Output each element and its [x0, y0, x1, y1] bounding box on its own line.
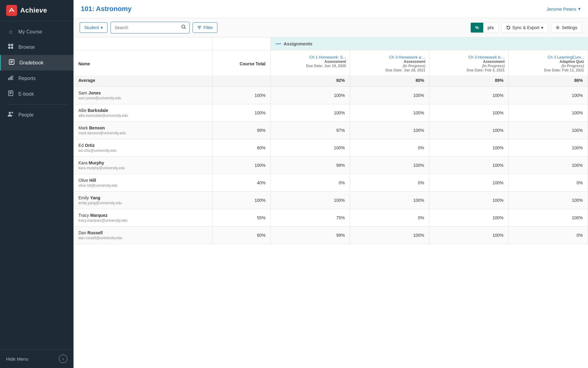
assignment-col-3[interactable]: Ch 3 LearningCurv... Adaptive Quiz (In P…: [508, 52, 588, 75]
score-cell-0[interactable]: 97%: [270, 122, 350, 139]
toolbar: Student ▾ Filter % pts Sync & Export ▾ S…: [74, 18, 588, 37]
sync-export-button[interactable]: Sync & Export ▾: [502, 22, 548, 33]
average-score-0: 92%: [270, 74, 350, 87]
student-email: kara.murphy@university.edu: [78, 166, 207, 170]
score-cell-0[interactable]: 99%: [270, 157, 350, 174]
score-cell-0[interactable]: 99%: [270, 227, 350, 244]
student-dropdown-button[interactable]: Student ▾: [80, 22, 107, 33]
sidebar: Achieve ⌂ My Course Browse Gradebook Rep…: [0, 0, 74, 368]
assignment-due-2: Due Date: Feb 3, 2021: [433, 68, 505, 72]
empty-header-name: [74, 37, 212, 50]
pts-toggle-button[interactable]: pts: [483, 23, 498, 33]
score-cell-3[interactable]: 100%: [508, 157, 588, 174]
score-cell-2[interactable]: 100%: [429, 192, 508, 209]
score-cell-1[interactable]: 100%: [350, 192, 429, 209]
student-name: Sam Jones: [78, 90, 207, 95]
people-icon: [7, 111, 14, 118]
assignment-col-1[interactable]: Ch 3 Homework a:... Assessment (In Progr…: [350, 52, 429, 75]
average-label: Average: [74, 74, 212, 87]
logo-text: Achieve: [20, 6, 47, 14]
score-cell-3[interactable]: 0%: [508, 174, 588, 192]
filter-button[interactable]: Filter: [193, 22, 217, 33]
score-cell-2[interactable]: 100%: [429, 122, 508, 139]
score-cell-0[interactable]: 0%: [270, 174, 350, 192]
logo-area: Achieve: [0, 0, 74, 21]
home-icon: ⌂: [7, 29, 14, 35]
table-row: Dan Russelldan.russell@university.edu60%…: [74, 227, 588, 244]
course-total-cell: 55%: [212, 209, 270, 227]
score-cell-2[interactable]: 100%: [429, 104, 508, 122]
score-cell-3[interactable]: 100%: [508, 104, 588, 122]
search-button[interactable]: [178, 22, 189, 33]
user-menu[interactable]: Jerome Peters ▾: [546, 6, 581, 12]
score-cell-0[interactable]: 75%: [270, 209, 350, 227]
assignment-col-0[interactable]: Ch 1 Homework: S... Assessment Due Date:…: [270, 52, 350, 75]
student-name: Kara Murphy: [78, 160, 207, 165]
score-cell-3[interactable]: 0%: [508, 227, 588, 244]
svg-rect-0: [8, 44, 10, 46]
search-input[interactable]: [111, 23, 178, 33]
hide-menu-button[interactable]: Hide Menu ‹: [0, 349, 74, 368]
score-cell-3[interactable]: 100%: [508, 209, 588, 227]
score-cell-1[interactable]: 100%: [350, 227, 429, 244]
dropdown-arrow-icon: ▾: [101, 25, 103, 30]
student-name: Tracy Marquez: [78, 213, 207, 218]
sidebar-item-ebook[interactable]: E-book: [0, 86, 74, 102]
student-name: Allie Barksdale: [78, 108, 207, 113]
score-cell-1[interactable]: 100%: [350, 157, 429, 174]
student-name-cell: Olive Hillolive.hill@university.edu: [74, 174, 212, 192]
svg-rect-10: [11, 76, 12, 80]
gradebook-table: — Assignments Name Course Total Ch 1 Hom…: [74, 37, 588, 244]
score-cell-1[interactable]: 100%: [350, 87, 429, 104]
score-cell-0[interactable]: 100%: [270, 87, 350, 104]
gradebook-area[interactable]: — Assignments Name Course Total Ch 1 Hom…: [74, 37, 588, 368]
assignments-collapse-icon[interactable]: —: [276, 40, 281, 47]
settings-button[interactable]: Settings: [551, 22, 582, 33]
nav-items: ⌂ My Course Browse Gradebook Reports E: [0, 21, 74, 349]
assignment-status-1: (In Progress): [354, 64, 425, 68]
score-cell-2[interactable]: 100%: [429, 157, 508, 174]
sidebar-item-people[interactable]: People: [0, 107, 74, 123]
sidebar-item-label: My Course: [18, 29, 42, 35]
user-name: Jerome Peters: [546, 6, 576, 12]
student-name-cell: Emily Yangemily.yang@university.edu: [74, 192, 212, 209]
score-cell-3[interactable]: 100%: [508, 192, 588, 209]
student-name: Emily Yang: [78, 195, 207, 200]
search-box: [111, 22, 190, 33]
assignments-label: Assignments: [284, 41, 312, 46]
score-cell-2[interactable]: 100%: [429, 139, 508, 157]
sidebar-item-reports[interactable]: Reports: [0, 71, 74, 86]
svg-rect-1: [11, 44, 13, 46]
score-cell-3[interactable]: 100%: [508, 122, 588, 139]
percent-toggle-button[interactable]: %: [471, 23, 483, 33]
settings-label: Settings: [562, 25, 577, 30]
score-cell-1[interactable]: 0%: [350, 139, 429, 157]
assignment-type-3: Adaptive Quiz: [512, 59, 584, 64]
hide-menu-icon: ‹: [59, 355, 67, 363]
score-cell-3[interactable]: 100%: [508, 87, 588, 104]
score-cell-1[interactable]: 100%: [350, 122, 429, 139]
course-total-cell: 60%: [212, 139, 270, 157]
header-row-1: — Assignments: [74, 37, 588, 50]
assignment-col-2[interactable]: Ch 3 Homework b:... Assessment (In Progr…: [429, 52, 508, 75]
score-cell-1[interactable]: 100%: [350, 104, 429, 122]
course-title: 101: Astronomy: [81, 5, 131, 13]
student-email: sam.jones@university.edu: [78, 96, 207, 100]
sidebar-item-gradebook[interactable]: Gradebook: [0, 55, 74, 71]
score-cell-1[interactable]: 0%: [350, 209, 429, 227]
score-cell-0[interactable]: 100%: [270, 192, 350, 209]
score-cell-2[interactable]: 100%: [429, 209, 508, 227]
svg-point-18: [182, 25, 185, 28]
sidebar-item-my-course[interactable]: ⌂ My Course: [0, 24, 74, 39]
score-cell-0[interactable]: 100%: [270, 139, 350, 157]
gradebook-tbody: Average 92% 80% 89% 86% Sam Jonessam.jon…: [74, 74, 588, 244]
score-cell-2[interactable]: 100%: [429, 227, 508, 244]
score-cell-1[interactable]: 0%: [350, 174, 429, 192]
svg-line-19: [185, 28, 186, 29]
sidebar-item-browse[interactable]: Browse: [0, 39, 74, 55]
score-cell-2[interactable]: 100%: [429, 174, 508, 192]
score-cell-3[interactable]: 100%: [508, 139, 588, 157]
score-cell-0[interactable]: 100%: [270, 104, 350, 122]
score-cell-2[interactable]: 100%: [429, 87, 508, 104]
student-name: Ed Ortiz: [78, 143, 207, 148]
